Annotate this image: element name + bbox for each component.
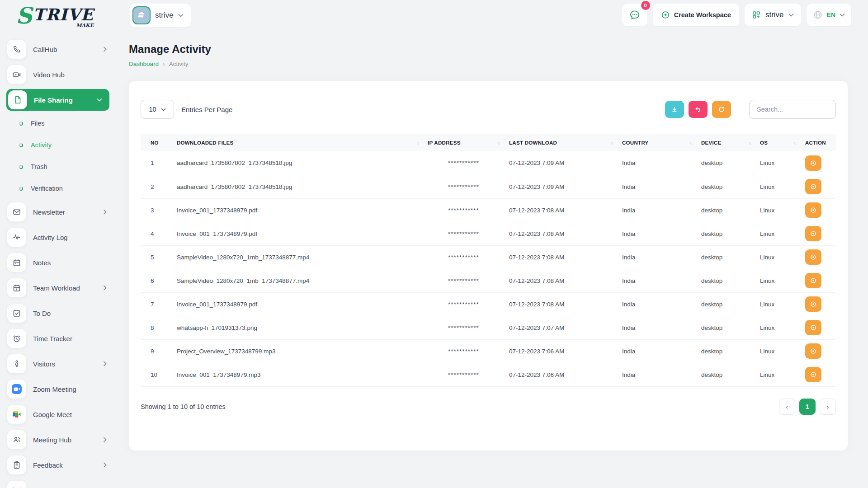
sidebar-subitem-files[interactable]: Files xyxy=(19,114,109,132)
pulse-icon xyxy=(7,228,26,247)
cell-device: desktop xyxy=(701,292,760,316)
cell-last-download: 07-12-2023 7:08 AM xyxy=(509,292,622,316)
sidebar-item-newsletter[interactable]: Newsletter xyxy=(7,201,109,223)
cell-file: Project_Overview_1737348799.mp3 xyxy=(177,339,428,363)
language-selector[interactable]: EN xyxy=(807,4,851,26)
google-meet-icon xyxy=(7,405,26,424)
column-header-country[interactable]: COUNTRY↑↓ xyxy=(622,134,701,151)
cell-file: Invoice_001_1737348979.mp3 xyxy=(177,363,428,386)
search-input[interactable] xyxy=(749,100,836,119)
chat-button[interactable]: 0 xyxy=(622,4,647,26)
cell-device: desktop xyxy=(701,339,760,363)
column-header-last-download[interactable]: LAST DOWNLOAD↑↓ xyxy=(509,134,622,151)
cell-device: desktop xyxy=(701,198,760,222)
grid-plus-icon xyxy=(752,10,761,19)
cell-last-download: 07-12-2023 7:06 AM xyxy=(509,339,622,363)
view-button[interactable] xyxy=(805,179,821,194)
cell-action xyxy=(805,198,836,222)
sidebar-item-meeting-hub[interactable]: Meeting Hub xyxy=(7,429,109,450)
table-row: 2aadharcard_1735807802_1737348518.jpg***… xyxy=(141,175,836,198)
column-header-os[interactable]: OS↑↓ xyxy=(760,134,805,151)
sidebar-item-visitors[interactable]: Visitors xyxy=(7,353,109,375)
bullet-icon xyxy=(19,143,23,147)
sidebar-item-gmail[interactable] xyxy=(7,479,109,488)
cell-ip: *********** xyxy=(428,316,509,339)
view-button[interactable] xyxy=(805,343,821,359)
breadcrumb: Dashboard › Activity xyxy=(129,60,848,67)
cell-ip: *********** xyxy=(428,245,509,269)
table-controls: 10 Entries Per Page xyxy=(141,100,836,119)
column-header-device[interactable]: DEVICE↑↓ xyxy=(701,134,760,151)
calendar-icon xyxy=(7,278,26,297)
view-button[interactable] xyxy=(805,226,821,241)
sidebar-item-callhub[interactable]: CallHub xyxy=(7,38,109,60)
view-button[interactable] xyxy=(805,296,821,312)
cell-device: desktop xyxy=(701,175,760,198)
sidebar-item-time-tracker[interactable]: Time Tracker xyxy=(7,328,109,349)
cell-os: Linux xyxy=(760,363,805,386)
sort-icon[interactable]: ↑↓ xyxy=(497,141,500,145)
create-workspace-button[interactable]: Create Workspace xyxy=(653,4,739,26)
sidebar-item-zoom-meeting[interactable]: Zoom Meeting xyxy=(7,378,109,400)
pagination-prev-button[interactable]: ‹ xyxy=(779,399,795,415)
sidebar-subitem-activity[interactable]: Activity xyxy=(19,136,109,154)
view-button[interactable] xyxy=(805,202,821,218)
view-button[interactable] xyxy=(805,273,821,288)
chevron-down-icon xyxy=(178,14,184,17)
cell-file: SampleVideo_1280x720_1mb_1737348877.mp4 xyxy=(177,245,428,269)
view-button[interactable] xyxy=(805,320,821,335)
table-row: 1aadharcard_1735807802_1737348518.jpg***… xyxy=(141,151,836,175)
sidebar-item-notes[interactable]: Notes xyxy=(7,252,109,273)
sidebar-item-label: Visitors xyxy=(33,360,103,368)
building-icon xyxy=(132,6,151,24)
refresh-button[interactable] xyxy=(712,101,731,118)
cell-last-download: 07-12-2023 7:09 AM xyxy=(509,151,622,175)
view-button[interactable] xyxy=(805,249,821,265)
sidebar-item-activity-log[interactable]: Activity Log xyxy=(7,226,109,248)
cell-no: 10 xyxy=(141,363,177,386)
sidebar-item-label: Newsletter xyxy=(33,208,103,216)
cell-action xyxy=(805,269,836,292)
view-button[interactable] xyxy=(805,367,821,382)
sort-icon[interactable]: ↑↓ xyxy=(689,141,692,145)
cell-ip: *********** xyxy=(428,363,509,386)
cell-last-download: 07-12-2023 7:09 AM xyxy=(509,175,622,198)
column-header-downloaded-files[interactable]: DOWNLOADED FILES↑↓ xyxy=(177,134,428,151)
pagination-page-1-button[interactable]: 1 xyxy=(799,399,816,415)
file-icon xyxy=(8,90,27,109)
cell-country: India xyxy=(622,198,701,222)
sidebar-item-file-sharing[interactable]: File Sharing xyxy=(6,89,109,111)
sidebar-item-google-meet[interactable]: Google Meet xyxy=(7,404,109,425)
sort-icon[interactable]: ↑↓ xyxy=(416,141,419,145)
sort-icon[interactable]: ↑↓ xyxy=(793,141,796,145)
sidebar-item-team-workload[interactable]: Team Workload xyxy=(7,277,109,299)
sidebar-item-feedback[interactable]: Feedback xyxy=(7,454,109,476)
breadcrumb-dashboard-link[interactable]: Dashboard xyxy=(129,61,159,67)
sidebar-item-to-do[interactable]: To Do xyxy=(7,302,109,324)
eye-icon xyxy=(809,347,817,355)
chevron-right-icon xyxy=(103,437,107,442)
table-row: 5SampleVideo_1280x720_1mb_1737348877.mp4… xyxy=(141,245,836,269)
view-button[interactable] xyxy=(805,155,821,171)
sidebar-subitem-verification[interactable]: Verification xyxy=(19,179,109,197)
undo-button[interactable] xyxy=(689,101,708,118)
workspace-selector[interactable]: strive xyxy=(130,4,191,27)
sort-icon[interactable]: ↑↓ xyxy=(610,141,613,145)
sort-icon[interactable]: ↑↓ xyxy=(748,141,751,145)
eye-icon xyxy=(809,300,817,308)
sidebar-item-video-hub[interactable]: Video Hub xyxy=(7,64,109,85)
sidebar-item-label: Time Tracker xyxy=(33,335,109,343)
workspace-menu-button[interactable]: strive xyxy=(745,4,801,26)
cell-last-download: 07-12-2023 7:06 AM xyxy=(509,363,622,386)
cell-country: India xyxy=(622,316,701,339)
cell-last-download: 07-12-2023 7:07 AM xyxy=(509,316,622,339)
column-header-ip-address[interactable]: IP ADDRESS↑↓ xyxy=(428,134,509,151)
pagination-next-button[interactable]: › xyxy=(820,399,836,415)
download-button[interactable] xyxy=(665,101,684,118)
eye-icon xyxy=(809,206,817,214)
sidebar-subitem-trash[interactable]: Trash xyxy=(19,158,109,176)
entries-per-page-select[interactable]: 10 xyxy=(141,100,174,119)
cell-country: India xyxy=(622,363,701,386)
eye-icon xyxy=(809,371,817,379)
cell-last-download: 07-12-2023 7:08 AM xyxy=(509,269,622,292)
